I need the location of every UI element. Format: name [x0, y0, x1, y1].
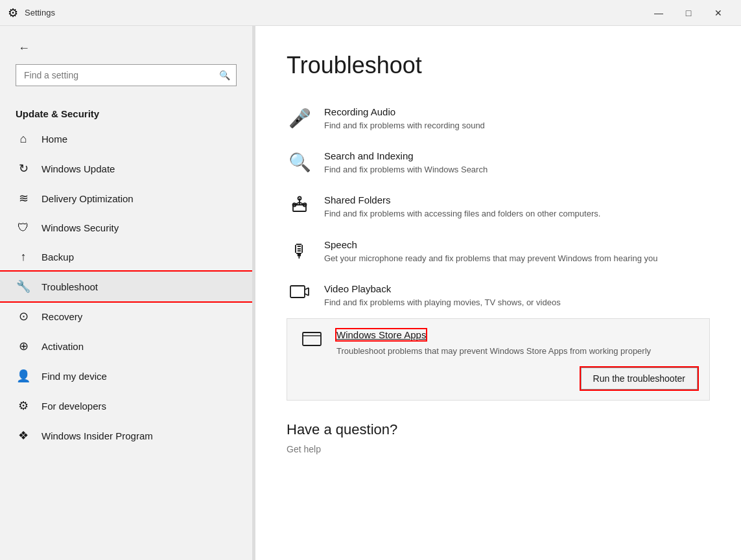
troubleshoot-item-shared-folders[interactable]: Shared Folders Find and fix problems wit… — [287, 185, 710, 229]
search-indexing-title: Search and Indexing — [324, 150, 488, 161]
svg-rect-11 — [303, 332, 321, 345]
search-icon: 🔍 — [219, 70, 230, 80]
backup-icon: ↑ — [16, 250, 31, 264]
run-troubleshooter-button[interactable]: Run the troubleshooter — [581, 368, 698, 390]
have-question-section: Have a question? Get help — [287, 421, 710, 455]
security-icon: 🛡 — [16, 221, 31, 235]
sidebar-item-windows-security[interactable]: 🛡 Windows Security — [0, 213, 252, 242]
delivery-icon: ≋ — [16, 191, 31, 205]
video-playback-title: Video Playback — [324, 283, 561, 294]
sidebar-item-label: Windows Update — [41, 163, 115, 174]
search-input[interactable] — [16, 64, 237, 86]
troubleshoot-item-video-playback[interactable]: Video Playback Find and fix problems wit… — [287, 274, 710, 318]
shared-folders-title: Shared Folders — [324, 194, 600, 205]
sidebar-item-label: Backup — [41, 251, 74, 262]
sidebar-item-windows-update[interactable]: ↻ Windows Update — [0, 154, 252, 183]
settings-logo-icon: ⚙ — [8, 6, 18, 20]
speech-title: Speech — [324, 239, 657, 250]
update-icon: ↻ — [16, 161, 31, 176]
sidebar: ← 🔍 Update & Security ⌂ Home ↻ Windows U… — [0, 26, 253, 560]
app-body: ← 🔍 Update & Security ⌂ Home ↻ Windows U… — [0, 26, 741, 560]
shared-folders-text: Shared Folders Find and fix problems wit… — [324, 194, 600, 220]
sidebar-item-label: Recovery — [41, 311, 82, 322]
sidebar-item-home[interactable]: ⌂ Home — [0, 124, 252, 154]
speech-text: Speech Get your microphone ready and fix… — [324, 239, 657, 264]
insider-icon: ❖ — [16, 428, 31, 443]
search-container: 🔍 — [16, 64, 237, 86]
have-question-title: Have a question? — [287, 421, 710, 438]
troubleshoot-item-speech[interactable]: 🎙 Speech Get your microphone ready and f… — [287, 230, 710, 274]
shared-folders-desc: Find and fix problems with accessing fil… — [324, 208, 600, 220]
windows-store-apps-title: Windows Store Apps — [336, 329, 426, 340]
speech-desc: Get your microphone ready and fix proble… — [324, 253, 657, 264]
sidebar-item-for-developers[interactable]: ⚙ For developers — [0, 391, 252, 421]
window-controls: — □ ✕ — [644, 3, 733, 23]
sidebar-item-label: Troubleshoot — [41, 281, 98, 292]
troubleshoot-item-recording-audio[interactable]: 🎤 Recording Audio Find and fix problems … — [287, 97, 710, 141]
search-indexing-desc: Find and fix problems with Windows Searc… — [324, 164, 488, 176]
windows-store-apps-text: Windows Store Apps Troubleshoot problems… — [336, 329, 651, 357]
windows-store-apps-desc: Troubleshoot problems that may prevent W… — [336, 345, 651, 357]
maximize-button[interactable]: □ — [674, 3, 703, 23]
shared-folders-icon — [287, 196, 312, 218]
sidebar-item-activation[interactable]: ⊕ Activation — [0, 331, 252, 361]
search-indexing-icon: 🔍 — [287, 152, 312, 173]
developers-icon: ⚙ — [16, 399, 31, 413]
sidebar-item-label: Find my device — [41, 371, 107, 382]
recording-audio-text: Recording Audio Find and fix problems wi… — [324, 106, 485, 132]
windows-store-apps-icon — [299, 331, 325, 352]
sidebar-item-label: Activation — [41, 341, 84, 352]
recovery-icon: ⊙ — [16, 309, 31, 323]
video-playback-text: Video Playback Find and fix problems wit… — [324, 283, 561, 309]
sidebar-top: ← 🔍 — [0, 26, 252, 103]
svg-rect-7 — [290, 286, 305, 298]
sidebar-item-troubleshoot[interactable]: 🔧 Troubleshoot — [0, 272, 252, 301]
sidebar-item-find-my-device[interactable]: 👤 Find my device — [0, 361, 252, 391]
video-playback-icon — [287, 285, 312, 305]
troubleshoot-item-windows-store-apps[interactable]: Windows Store Apps Troubleshoot problems… — [287, 318, 710, 401]
find-device-icon: 👤 — [16, 369, 31, 383]
sidebar-nav: ⌂ Home ↻ Windows Update ≋ Delivery Optim… — [0, 124, 252, 450]
content-area: Troubleshoot 🎤 Recording Audio Find and … — [255, 26, 741, 560]
troubleshoot-item-search-indexing[interactable]: 🔍 Search and Indexing Find and fix probl… — [287, 141, 710, 185]
sidebar-section-title: Update & Security — [0, 103, 252, 124]
recording-audio-icon: 🎤 — [287, 108, 312, 129]
back-button[interactable]: ← — [16, 39, 32, 58]
sidebar-item-label: For developers — [41, 401, 106, 412]
speech-icon: 🎙 — [287, 240, 312, 262]
video-playback-desc: Find and fix problems with playing movie… — [324, 297, 561, 309]
sidebar-item-label: Windows Insider Program — [41, 430, 153, 441]
troubleshoot-icon: 🔧 — [16, 279, 31, 294]
close-button[interactable]: ✕ — [703, 3, 733, 23]
sidebar-item-delivery-optimization[interactable]: ≋ Delivery Optimization — [0, 183, 252, 213]
titlebar: ⚙ Settings — □ ✕ — [0, 0, 741, 26]
home-icon: ⌂ — [16, 132, 31, 146]
activation-icon: ⊕ — [16, 339, 31, 353]
get-help-link[interactable]: Get help — [287, 444, 321, 454]
window-title: Settings — [25, 8, 644, 18]
minimize-button[interactable]: — — [644, 3, 674, 23]
sidebar-item-recovery[interactable]: ⊙ Recovery — [0, 301, 252, 331]
sidebar-item-backup[interactable]: ↑ Backup — [0, 242, 252, 272]
sidebar-item-label: Delivery Optimization — [41, 193, 134, 204]
page-title: Troubleshoot — [287, 52, 710, 79]
sidebar-item-windows-insider[interactable]: ❖ Windows Insider Program — [0, 421, 252, 450]
recording-audio-desc: Find and fix problems with recording sou… — [324, 120, 485, 132]
sidebar-item-label: Home — [41, 134, 67, 145]
windows-store-apps-top: Windows Store Apps Troubleshoot problems… — [299, 329, 698, 357]
recording-audio-title: Recording Audio — [324, 106, 485, 117]
run-btn-container: Run the troubleshooter — [299, 368, 698, 390]
sidebar-item-label: Windows Security — [41, 222, 119, 233]
search-indexing-text: Search and Indexing Find and fix problem… — [324, 150, 488, 176]
